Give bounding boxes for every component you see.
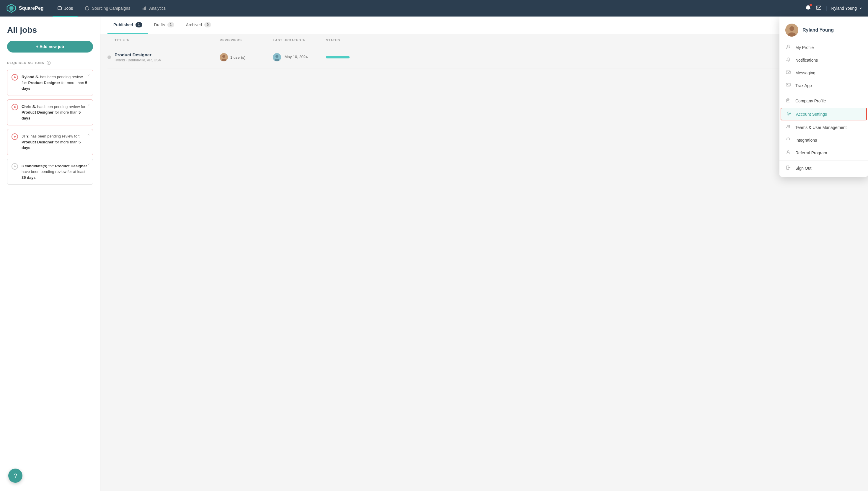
updated-sort-icon: ⇅	[302, 39, 305, 42]
action-card-2-text: Chris S. has been pending review for: Pr…	[22, 105, 86, 120]
action-card-4: 3 candidate(s) for: Product Designer hav…	[7, 159, 93, 185]
user-dropdown: Ryland Young My Profile Notifications Me…	[779, 17, 868, 177]
brand-logo[interactable]: SquarePeg	[6, 3, 44, 13]
reviewers-count: 1 user(s)	[230, 55, 245, 60]
table-row[interactable]: Product Designer Hybrid · Bentonville, A…	[108, 46, 861, 68]
svg-rect-7	[144, 7, 145, 10]
add-job-button[interactable]: + Add new job	[7, 41, 93, 53]
main-layout: All jobs + Add new job REQUIRED ACTIONS …	[0, 17, 868, 491]
dropdown-item-signout[interactable]: Sign Out	[779, 162, 868, 174]
close-card-4[interactable]: ×	[87, 162, 90, 168]
page-title: All jobs	[7, 25, 93, 35]
dropdown-notifications-label: Notifications	[795, 58, 818, 63]
urgent-icon-2	[11, 104, 18, 110]
action-card-2: Chris S. has been pending review for: Pr…	[7, 99, 93, 126]
nav-jobs-label: Jobs	[64, 6, 73, 11]
tab-drafts-label: Drafts	[154, 22, 165, 27]
svg-rect-8	[145, 6, 146, 10]
dropdown-account-settings-label: Account Settings	[796, 112, 827, 117]
tab-published[interactable]: Published 1	[108, 17, 148, 34]
svg-point-13	[14, 106, 16, 108]
notifications-button[interactable]	[805, 5, 811, 12]
svg-rect-3	[9, 7, 13, 9]
users2-icon	[785, 150, 791, 155]
tab-archived-count: 9	[204, 22, 211, 27]
nav-item-sourcing[interactable]: Sourcing Campaigns	[80, 3, 135, 13]
urgent-icon-1	[11, 74, 18, 81]
sidebar: All jobs + Add new job REQUIRED ACTIONS …	[0, 17, 101, 491]
dropdown-signout-label: Sign Out	[795, 166, 811, 171]
dropdown-avatar	[785, 24, 798, 36]
tab-archived[interactable]: Archived 9	[180, 17, 217, 34]
nav-item-jobs[interactable]: Jobs	[53, 3, 78, 13]
svg-rect-31	[788, 98, 789, 99]
dropdown-item-profile[interactable]: My Profile	[779, 41, 868, 54]
close-card-3[interactable]: ×	[87, 132, 90, 138]
reviewer-avatar-2	[273, 53, 281, 61]
nav-links: Jobs Sourcing Campaigns Analytics	[53, 3, 805, 13]
svg-point-14	[14, 136, 16, 138]
row-reviewers: 1 user(s)	[220, 53, 273, 61]
dropdown-company-label: Company Profile	[795, 98, 826, 103]
dropdown-teams-label: Teams & User Management	[795, 125, 847, 130]
help-button[interactable]: ?	[8, 469, 23, 483]
dropdown-item-notifications[interactable]: Notifications	[779, 54, 868, 66]
nav-sourcing-label: Sourcing Campaigns	[92, 6, 130, 11]
svg-point-15	[14, 166, 16, 167]
dropdown-user-header: Ryland Young	[779, 19, 868, 41]
tab-drafts-count: 1	[167, 22, 174, 27]
action-card-3-text: Jr Y. has been pending review for: Produ…	[22, 134, 81, 150]
notification-dot	[810, 4, 812, 6]
image-icon	[785, 83, 791, 88]
svg-point-17	[222, 55, 225, 58]
dropdown-referral-label: Referral Program	[795, 150, 827, 155]
row-last-updated: May 10, 2024	[273, 53, 326, 61]
svg-point-34	[789, 125, 790, 126]
dropdown-item-teams[interactable]: Teams & User Management	[779, 121, 868, 134]
dropdown-divider-2	[779, 160, 868, 161]
col-header-last-updated[interactable]: LAST UPDATED ⇅	[273, 38, 326, 42]
col-header-status: STATUS	[326, 38, 361, 42]
dropdown-item-trax[interactable]: Trax App	[779, 79, 868, 92]
nav-item-analytics[interactable]: Analytics	[137, 3, 170, 13]
messaging-button[interactable]	[816, 5, 822, 12]
job-meta: Hybrid · Bentonville, AR, USA	[115, 58, 161, 62]
navbar: SquarePeg Jobs Sourcing Campaigns Analyt…	[0, 0, 868, 17]
navbar-right: Ryland Young	[805, 5, 862, 12]
jobs-table: TITLE ⇅ REVIEWERS LAST UPDATED ⇅ STATUS	[101, 34, 868, 68]
dropdown-profile-label: My Profile	[795, 45, 814, 50]
status-bar	[326, 56, 349, 58]
svg-point-33	[787, 125, 789, 127]
nav-analytics-label: Analytics	[149, 6, 166, 11]
action-card-4-text: 3 candidate(s) for: Product Designer hav…	[22, 164, 87, 180]
job-title: Product Designer	[115, 52, 161, 57]
tab-published-count: 1	[136, 22, 142, 27]
row-status-dot	[108, 55, 111, 59]
action-card-3: Jr Y. has been pending review for: Produ…	[7, 129, 93, 155]
close-card-1[interactable]: ×	[87, 72, 90, 79]
dropdown-item-account-settings[interactable]: Account Settings	[781, 108, 867, 120]
building-icon	[785, 98, 791, 104]
main-content: Published 1 Drafts 1 Archived 9 TITLE ⇅ …	[101, 17, 868, 491]
tab-archived-label: Archived	[186, 22, 202, 27]
col-header-title[interactable]: TITLE ⇅	[108, 38, 220, 42]
title-sort-icon: ⇅	[127, 39, 129, 42]
urgent-icon-3	[11, 134, 18, 140]
dropdown-item-referral[interactable]: Referral Program	[779, 146, 868, 159]
required-actions-header: REQUIRED ACTIONS ?	[7, 61, 93, 65]
required-actions-label: REQUIRED ACTIONS	[7, 61, 44, 65]
tab-drafts[interactable]: Drafts 1	[148, 17, 180, 34]
row-status	[326, 56, 361, 58]
close-card-2[interactable]: ×	[87, 102, 90, 108]
user-menu-button[interactable]: Ryland Young	[827, 6, 862, 11]
dropdown-item-messaging[interactable]: Messaging	[779, 66, 868, 79]
svg-rect-30	[789, 100, 789, 101]
brand-name: SquarePeg	[19, 6, 44, 11]
dropdown-messaging-label: Messaging	[795, 70, 815, 75]
dropdown-item-integrations[interactable]: Integrations	[779, 134, 868, 146]
dropdown-item-company[interactable]: Company Profile	[779, 94, 868, 107]
mail-icon	[785, 70, 791, 76]
dropdown-username: Ryland Young	[803, 27, 834, 33]
jobs-tabs: Published 1 Drafts 1 Archived 9	[101, 17, 868, 34]
refresh-icon	[785, 137, 791, 143]
